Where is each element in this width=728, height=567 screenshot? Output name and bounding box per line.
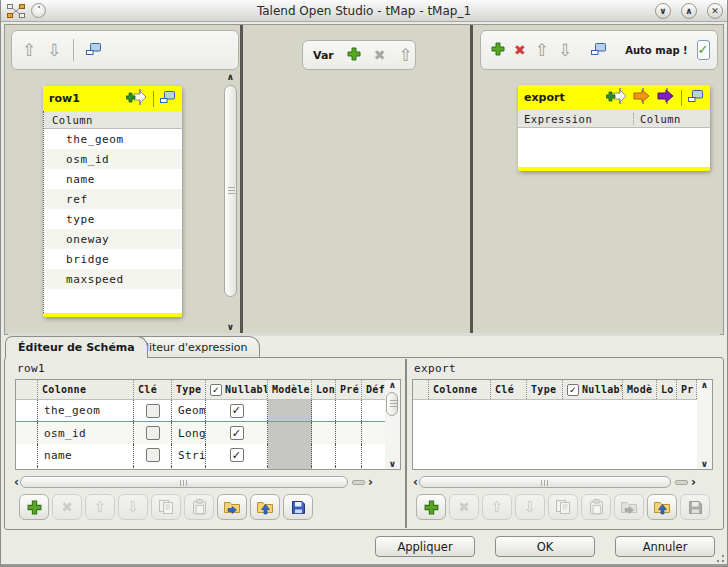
input-column-row[interactable]: the_geom (44, 129, 182, 149)
mapper-splitter-left[interactable] (240, 25, 243, 334)
left-schema-title: row1 (17, 362, 45, 375)
resize-grip[interactable] (715, 553, 725, 563)
scrollbar-thumb[interactable] (224, 85, 237, 297)
scroll-down-icon[interactable]: ∨ (227, 322, 234, 332)
modele-header: Modèle (268, 380, 312, 399)
mapper-area: ⇧ ⇩ Var ✖ ⇧ ✖ ⇧ ⇩ (4, 24, 724, 335)
left-schema-rows: the_geom Geom osm_id Long name Strin (16, 400, 400, 466)
input-column-row[interactable]: oneway (44, 229, 182, 249)
add-var-icon[interactable] (347, 47, 361, 64)
minimize-table-icon[interactable] (159, 90, 176, 107)
nullable-checkbox[interactable] (230, 404, 244, 418)
scroll-left-icon[interactable]: ‹ (412, 476, 419, 488)
schema-row[interactable]: name Strin (16, 444, 400, 466)
input-column-row[interactable]: bridge (44, 249, 182, 269)
scroll-right-icon[interactable]: › (367, 476, 374, 488)
export-schema-button[interactable] (217, 494, 247, 520)
nullable-select-all-checkbox[interactable] (567, 384, 579, 396)
apply-button[interactable]: Appliquer (375, 536, 475, 557)
input-column-row[interactable]: maxspeed (44, 269, 182, 289)
key-checkbox[interactable] (146, 404, 160, 418)
add-row-button[interactable] (19, 494, 49, 520)
paste-button[interactable] (184, 494, 214, 520)
tab-schema-editor[interactable]: Éditeur de Schéma (5, 336, 148, 358)
output-move-up-icon[interactable]: ⇧ (535, 42, 549, 59)
schema-row[interactable]: the_geom Geom (16, 400, 400, 422)
schema-row-partial[interactable] (16, 466, 400, 470)
minimize-table-icon[interactable] (687, 89, 704, 106)
add-column-arrow-icon[interactable] (606, 88, 628, 107)
scroll-down-icon[interactable]: ∨ (389, 459, 396, 469)
input-table-titlebar[interactable]: row1 (43, 86, 182, 111)
left-schema-vscrollbar[interactable]: ∧ ∨ (385, 380, 400, 469)
type-header: Type (172, 380, 206, 399)
scroll-down-icon[interactable]: ∨ (701, 459, 708, 469)
move-down-icon[interactable]: ⇩ (47, 42, 61, 59)
ok-button[interactable]: OK (495, 536, 595, 557)
minimize-tables-icon[interactable] (85, 42, 102, 59)
add-output-icon[interactable] (491, 42, 505, 59)
nullable-header: Nullabl (206, 380, 268, 399)
maximize-icon[interactable]: ∧ (681, 3, 697, 19)
delete-row-button[interactable]: ✖ (52, 494, 82, 520)
delete-var-icon[interactable]: ✖ (374, 47, 386, 63)
input-toolbar: ⇧ ⇩ (11, 30, 239, 70)
automap-checkbox[interactable]: ✓ (697, 40, 710, 60)
minimize-icon[interactable]: ∨ (655, 3, 671, 19)
move-down-button[interactable]: ⇩ (118, 494, 148, 520)
move-down-button[interactable]: ⇩ (515, 494, 545, 520)
scrollbar-thumb[interactable] (20, 476, 348, 488)
copy-button[interactable] (548, 494, 578, 520)
left-schema-hscrollbar[interactable]: ‹ › (13, 475, 387, 489)
scroll-up-icon[interactable]: ∧ (389, 380, 396, 390)
scroll-up-icon[interactable]: ∧ (227, 72, 234, 82)
input-column-row[interactable]: name (44, 169, 182, 189)
copy-button[interactable] (151, 494, 181, 520)
save-schema-button[interactable] (283, 494, 313, 520)
paste-button[interactable] (581, 494, 611, 520)
input-panel-scrollbar[interactable]: ∧ ∨ (223, 72, 238, 332)
input-column-row[interactable]: ref (44, 189, 182, 209)
mapper-splitter-right[interactable] (470, 25, 473, 334)
import-schema-button[interactable] (250, 494, 280, 520)
right-schema-vscrollbar[interactable]: ∧ ∨ (697, 380, 712, 469)
scroll-right-icon[interactable]: › (690, 476, 697, 488)
scroll-left-icon[interactable]: ‹ (13, 476, 20, 488)
move-up-button[interactable]: ⇧ (85, 494, 115, 520)
delete-output-icon[interactable]: ✖ (514, 42, 526, 58)
right-schema-hscrollbar[interactable]: ‹ › (412, 475, 710, 489)
key-checkbox[interactable] (146, 448, 160, 462)
minimize-tables-icon[interactable] (590, 42, 607, 59)
schema-row[interactable]: osm_id Long (16, 422, 400, 444)
scroll-up-icon[interactable]: ∧ (701, 380, 708, 390)
type-header: Type (527, 380, 563, 399)
column-header: Column (634, 113, 681, 125)
add-row-button[interactable] (416, 494, 446, 520)
import-schema-button[interactable] (647, 494, 677, 520)
var-move-up-icon[interactable]: ⇧ (399, 47, 413, 64)
nullable-checkbox[interactable] (230, 448, 244, 462)
output-move-down-icon[interactable]: ⇩ (558, 42, 572, 59)
save-schema-button[interactable] (680, 494, 710, 520)
nullable-select-all-checkbox[interactable] (210, 384, 222, 396)
scrollbar-thumb[interactable] (419, 476, 671, 488)
orange-arrow-icon[interactable] (633, 88, 652, 107)
input-column-row[interactable]: osm_id (44, 149, 182, 169)
delete-row-button[interactable]: ✖ (449, 494, 479, 520)
colonne-header: Colonne (38, 380, 134, 399)
nullable-checkbox[interactable] (230, 426, 244, 440)
move-up-button[interactable]: ⇧ (482, 494, 512, 520)
export-schema-button[interactable] (614, 494, 644, 520)
input-column-row[interactable]: type (44, 209, 182, 229)
key-checkbox[interactable] (146, 426, 160, 440)
move-up-icon[interactable]: ⇧ (22, 42, 36, 59)
left-schema-toolbar: ✖ ⇧ ⇩ (19, 494, 313, 520)
output-table-titlebar[interactable]: export (518, 85, 710, 110)
scrollbar-thumb[interactable] (386, 392, 398, 416)
input-table-row1: row1 Column the_geomosm_idnamereftyp (43, 86, 182, 317)
cancel-button[interactable]: Annuler (615, 536, 715, 557)
add-column-arrow-icon[interactable] (126, 89, 148, 108)
title-bar[interactable]: Talend Open Studio - tMap - tMap_1 ∨ ∧ ✕ (1, 0, 727, 22)
purple-arrow-icon[interactable] (657, 88, 676, 107)
close-icon[interactable]: ✕ (707, 3, 723, 19)
